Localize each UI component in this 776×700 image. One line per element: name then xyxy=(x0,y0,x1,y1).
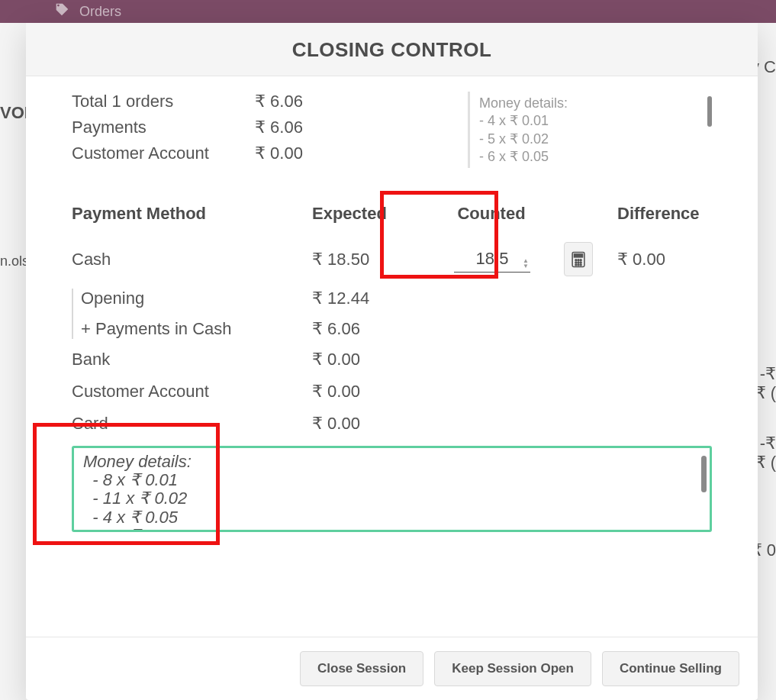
svg-point-2 xyxy=(575,259,577,260)
payments-cash-label: + Payments in Cash xyxy=(81,319,312,339)
total-orders-label: Total 1 orders xyxy=(72,92,255,111)
row-card: Card ₹ 0.00 xyxy=(72,414,712,434)
svg-point-7 xyxy=(580,261,581,263)
cust-acc-row-label: Customer Account xyxy=(72,382,312,402)
tag-icon xyxy=(53,2,70,22)
opening-money-details[interactable]: Money details: - 4 x ₹ 0.01 - 5 x ₹ 0.02… xyxy=(468,92,712,168)
notes-line: - 1 x ₹ 1.00 xyxy=(83,527,700,532)
cash-label: Cash xyxy=(72,250,312,269)
continue-selling-button[interactable]: Continue Selling xyxy=(602,651,739,686)
money-details-line: - 6 x ₹ 0.05 xyxy=(479,148,703,166)
bank-value: ₹ 0.00 xyxy=(312,350,427,369)
notes-line: - 8 x ₹ 0.01 xyxy=(83,471,700,489)
cust-acc-row-value: ₹ 0.00 xyxy=(312,382,427,402)
row-cash: Cash ₹ 18.50 ▲▼ xyxy=(72,242,712,276)
cash-breakdown: Opening ₹ 12.44 + Payments in Cash ₹ 6.0… xyxy=(72,289,712,339)
opening-value: ₹ 12.44 xyxy=(312,289,427,308)
close-session-button[interactable]: Close Session xyxy=(300,651,423,686)
row-bank: Bank ₹ 0.00 xyxy=(72,350,712,369)
svg-point-8 xyxy=(575,264,577,266)
money-details-header: Money details: xyxy=(479,95,703,112)
modal-header: CLOSING CONTROL xyxy=(26,23,758,76)
opening-label: Opening xyxy=(81,289,312,308)
money-details-line: - 5 x ₹ 0.02 xyxy=(479,131,703,148)
card-value: ₹ 0.00 xyxy=(312,414,427,434)
svg-point-9 xyxy=(578,264,579,266)
header-expected: Expected xyxy=(312,204,427,224)
svg-point-6 xyxy=(578,261,579,263)
modal-body: Total 1 orders ₹ 6.06 Payments ₹ 6.06 Cu… xyxy=(26,76,758,637)
scrollbar-thumb[interactable] xyxy=(701,456,707,492)
money-details-line: - 4 x ₹ 0.01 xyxy=(479,112,703,130)
payments-label: Payments xyxy=(72,118,255,137)
closing-notes-textarea[interactable]: Money details: - 8 x ₹ 0.01 - 11 x ₹ 0.0… xyxy=(72,446,712,532)
orders-nav-label[interactable]: Orders xyxy=(79,4,121,20)
money-details-line: - 3 x ₹ 1.00 xyxy=(479,166,703,168)
header-counted: Counted xyxy=(427,204,556,224)
modal-title: CLOSING CONTROL xyxy=(292,38,492,61)
cash-counted-input[interactable] xyxy=(454,246,530,273)
payments-cash-value: ₹ 6.06 xyxy=(312,319,427,339)
card-label: Card xyxy=(72,414,312,434)
summary-left: Total 1 orders ₹ 6.06 Payments ₹ 6.06 Cu… xyxy=(72,92,437,169)
svg-point-5 xyxy=(575,261,577,263)
table-header-row: Payment Method Expected Counted Differen… xyxy=(72,204,712,224)
customer-account-label: Customer Account xyxy=(72,144,255,163)
svg-rect-1 xyxy=(575,253,583,256)
cash-difference: ₹ 0.00 xyxy=(587,250,694,269)
cash-expected: ₹ 18.50 xyxy=(312,250,427,269)
svg-point-4 xyxy=(580,259,581,260)
row-customer-account: Customer Account ₹ 0.00 xyxy=(72,382,712,402)
svg-point-3 xyxy=(578,259,579,260)
scrollbar-thumb[interactable] xyxy=(707,96,712,127)
header-difference: Difference xyxy=(587,204,694,224)
notes-line: - 4 x ₹ 0.05 xyxy=(83,508,700,527)
top-navbar: Orders xyxy=(0,0,776,23)
keep-session-open-button[interactable]: Keep Session Open xyxy=(434,651,591,686)
payments-value: ₹ 6.06 xyxy=(255,118,303,137)
svg-point-10 xyxy=(580,264,581,266)
summary-section: Total 1 orders ₹ 6.06 Payments ₹ 6.06 Cu… xyxy=(72,92,712,169)
notes-line: - 11 x ₹ 0.02 xyxy=(83,489,700,508)
total-orders-value: ₹ 6.06 xyxy=(255,92,303,111)
modal-footer: Close Session Keep Session Open Continue… xyxy=(26,637,758,700)
notes-header: Money details: xyxy=(83,453,700,471)
header-payment-method: Payment Method xyxy=(72,204,312,224)
bank-label: Bank xyxy=(72,350,312,369)
payment-method-table: Payment Method Expected Counted Differen… xyxy=(72,204,712,434)
customer-account-value: ₹ 0.00 xyxy=(255,144,303,163)
closing-control-modal: CLOSING CONTROL Total 1 orders ₹ 6.06 Pa… xyxy=(26,23,758,700)
number-spinner-icon[interactable]: ▲▼ xyxy=(523,258,529,269)
